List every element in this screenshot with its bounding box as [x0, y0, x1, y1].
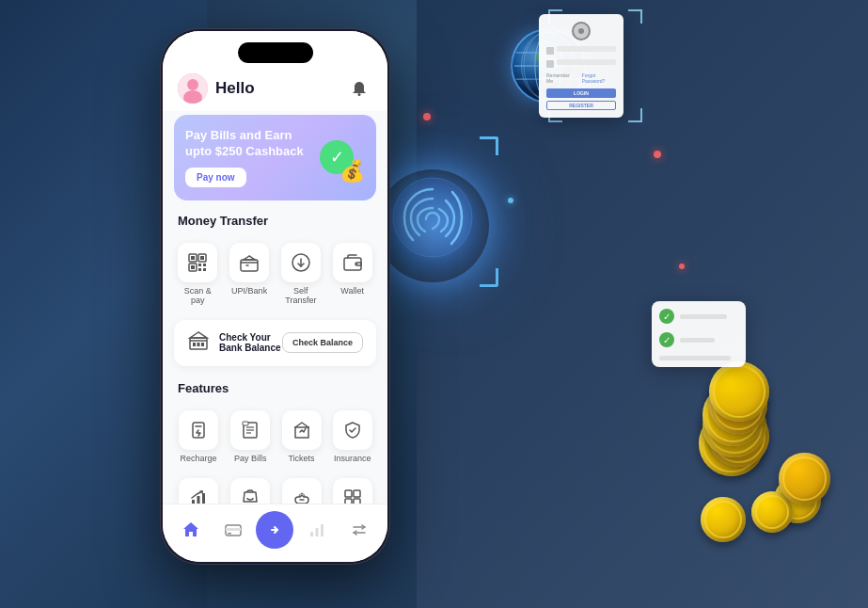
- svg-point-8: [578, 28, 584, 34]
- svg-rect-20: [203, 264, 206, 266]
- notification-card: ✓ ✓: [652, 301, 746, 367]
- insurance-icon: [333, 410, 372, 450]
- glow-dot-2: [654, 151, 661, 158]
- phone-content: Hello Pay Bills and Earn upto $250 Cashb…: [163, 31, 387, 562]
- svg-rect-19: [198, 264, 201, 266]
- svg-point-12: [358, 93, 361, 96]
- svg-rect-18: [191, 265, 195, 269]
- bank-label-top: Check Your: [219, 332, 281, 343]
- feature-recharge[interactable]: Recharge: [174, 405, 223, 469]
- glow-dot-3: [508, 198, 513, 203]
- svg-rect-45: [226, 528, 241, 531]
- check-icon-2: ✓: [659, 332, 674, 347]
- svg-rect-46: [228, 533, 231, 535]
- promo-illustration: ✓ 💰: [308, 129, 365, 185]
- svg-rect-16: [200, 256, 204, 260]
- svg-rect-41: [354, 490, 360, 497]
- bank-icon: [187, 329, 210, 357]
- svg-rect-30: [201, 343, 204, 346]
- svg-rect-21: [198, 268, 201, 271]
- svg-rect-48: [310, 532, 313, 536]
- svg-rect-36: [243, 422, 248, 425]
- scan-pay-icon: [178, 243, 217, 282]
- fingerprint-icon: [390, 175, 475, 278]
- tickets-label: Tickets: [288, 454, 314, 463]
- wallet-icon: [333, 243, 372, 282]
- nav-exchange[interactable]: [340, 511, 378, 549]
- phone-wrapper: Hello Pay Bills and Earn upto $250 Cashb…: [160, 28, 390, 565]
- feature-insurance[interactable]: Insurance: [329, 405, 376, 469]
- bank-balance-card: Check Your Bank Balance Check Balance: [174, 320, 376, 366]
- insurance-label: Insurance: [334, 454, 371, 463]
- bank-text: Check Your Bank Balance: [219, 332, 281, 353]
- svg-rect-22: [203, 268, 206, 271]
- features-title: Features: [163, 372, 387, 401]
- phone-frame: Hello Pay Bills and Earn upto $250 Cashb…: [160, 28, 390, 565]
- self-transfer-icon: [281, 243, 321, 282]
- self-transfer-label: Self Transfer: [281, 286, 322, 305]
- svg-rect-23: [241, 260, 258, 271]
- promo-text: Pay Bills and Earn upto $250 Cashback Pa…: [185, 128, 308, 187]
- wallet-label: Wallet: [340, 286, 364, 296]
- svg-rect-40: [345, 490, 352, 497]
- promo-title: Pay Bills and Earn upto $250 Cashback: [185, 128, 308, 160]
- recharge-label: Recharge: [181, 454, 217, 463]
- notification-bell[interactable]: [346, 75, 372, 102]
- tickets-icon: [282, 410, 322, 450]
- money-transfer-title: Money Transfer: [163, 204, 387, 233]
- glow-dot-1: [423, 113, 431, 120]
- svg-rect-28: [193, 343, 196, 346]
- nav-cards[interactable]: [214, 511, 252, 549]
- camera-icon: [572, 22, 591, 40]
- pay-now-button[interactable]: Pay now: [185, 168, 246, 187]
- nav-home[interactable]: [172, 511, 210, 549]
- promo-banner: Pay Bills and Earn upto $250 Cashback Pa…: [174, 115, 376, 200]
- feature-tickets[interactable]: Tickets: [277, 405, 324, 469]
- greeting-text: Hello: [215, 79, 346, 98]
- scan-pay-label: Scan & pay: [178, 286, 218, 305]
- avatar: [178, 73, 208, 104]
- nav-analytics[interactable]: [298, 511, 336, 549]
- nav-transfer[interactable]: [256, 511, 293, 549]
- check-icon: ✓: [659, 309, 674, 324]
- svg-point-26: [355, 263, 357, 264]
- svg-rect-14: [191, 256, 195, 260]
- phone-screen: Hello Pay Bills and Earn upto $250 Cashb…: [163, 31, 387, 562]
- transfer-grid: Scan & pay UPI/Bank: [163, 233, 387, 314]
- dynamic-island: [238, 42, 313, 63]
- recharge-icon: [179, 410, 218, 450]
- svg-point-10: [187, 79, 198, 90]
- svg-rect-25: [344, 258, 361, 270]
- bank-label-bottom: Bank Balance: [219, 343, 281, 353]
- paybills-label: Pay Bills: [234, 454, 267, 463]
- feature-paybills[interactable]: Pay Bills: [227, 405, 274, 469]
- bottom-nav: [163, 504, 387, 562]
- svg-rect-49: [316, 528, 319, 536]
- coins-decoration: [652, 382, 840, 552]
- paybills-icon: [230, 410, 270, 450]
- transfer-item-scan[interactable]: Scan & pay: [174, 237, 222, 311]
- glow-dot-4: [679, 264, 685, 269]
- svg-rect-29: [197, 343, 200, 346]
- check-balance-button[interactable]: Check Balance: [282, 332, 363, 353]
- transfer-item-wallet[interactable]: Wallet: [328, 237, 376, 311]
- transfer-item-self[interactable]: Self Transfer: [277, 237, 325, 311]
- upi-icon: [229, 243, 269, 282]
- transfer-item-upi[interactable]: UPI/Bank: [226, 237, 274, 311]
- login-card: Remember Me Forgot Password? LOGIN REGIS…: [539, 14, 623, 118]
- upi-label: UPI/Bank: [231, 286, 267, 296]
- bank-info: Check Your Bank Balance: [187, 329, 281, 357]
- svg-rect-50: [321, 524, 324, 536]
